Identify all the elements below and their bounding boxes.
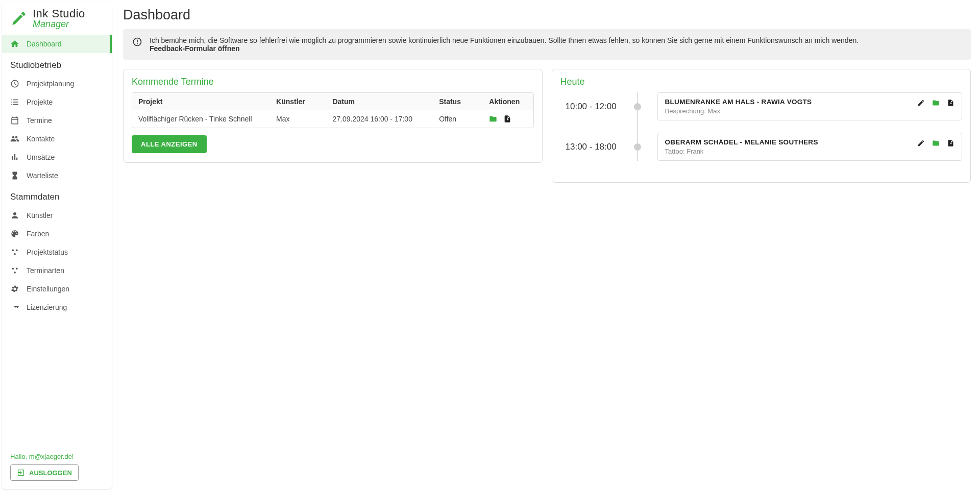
main: Dashboard Ich bemühe mich, die Software …: [114, 0, 980, 491]
timeline-item: 10:00 - 12:00 BLUMENRANKE AM HALS - RAWI…: [566, 92, 963, 120]
sidebar-item-kuenstler[interactable]: Künstler: [2, 206, 112, 225]
folder-icon[interactable]: [932, 139, 940, 147]
calendar-icon: [10, 116, 19, 125]
scatter-icon: [10, 266, 19, 275]
sidebar-label: Farben: [27, 230, 49, 238]
scatter-icon: [10, 248, 19, 257]
home-icon: [10, 39, 19, 48]
sidebar-item-projektplanung[interactable]: Projektplanung: [2, 75, 112, 93]
sidebar-label: Termine: [27, 116, 52, 125]
page-title: Dashboard: [123, 7, 971, 23]
svg-point-0: [12, 249, 14, 251]
hourglass-icon: [10, 171, 19, 180]
edit-icon[interactable]: [917, 99, 925, 107]
sidebar-item-lizenzierung[interactable]: Lizenzierung: [2, 298, 112, 316]
table-row: Vollflächiger Rücken - Tinke Schnell Max…: [132, 110, 533, 128]
sidebar-label: Projektplanung: [27, 80, 74, 88]
people-icon: [10, 134, 19, 143]
list-icon: [10, 97, 19, 107]
svg-point-1: [16, 249, 18, 251]
event-actions: [917, 138, 954, 147]
logo-line2: Manager: [33, 19, 85, 29]
pen-icon: [10, 10, 28, 27]
info-banner: Ich bemühe mich, die Software so fehlerf…: [123, 29, 971, 60]
sidebar-item-einstellungen[interactable]: Einstellungen: [2, 280, 112, 298]
sidebar-item-terminarten[interactable]: Terminarten: [2, 261, 112, 280]
logout-icon: [17, 469, 25, 477]
info-icon: [132, 37, 142, 47]
time-range: 10:00 - 12:00: [566, 102, 632, 112]
sidebar-label: Künstler: [27, 211, 53, 219]
sidebar-label: Projektstatus: [27, 248, 68, 256]
file-download-icon[interactable]: [947, 99, 954, 107]
person-icon: [10, 211, 19, 220]
folder-icon[interactable]: [489, 115, 497, 123]
sidebar-label: Projekte: [27, 98, 53, 106]
timeline-item: 13:00 - 18:00 OBERARM SCHÄDEL - MELANIE …: [566, 133, 963, 161]
sidebar-label: Dashboard: [27, 40, 62, 48]
sidebar-item-kontakte[interactable]: Kontakte: [2, 130, 112, 148]
svg-point-2: [14, 253, 16, 255]
sidebar-item-warteliste[interactable]: Warteliste: [2, 166, 112, 185]
upcoming-card: Kommende Termine Projekt Künstler Datum …: [123, 69, 543, 163]
sidebar-label: Terminarten: [27, 266, 64, 275]
sidebar-item-projektstatus[interactable]: Projektstatus: [2, 243, 112, 261]
sidebar-label: Kontakte: [27, 135, 55, 143]
nav-section-studiobetrieb: Studiobetrieb: [2, 53, 112, 75]
sidebar-item-farben[interactable]: Farben: [2, 225, 112, 243]
sidebar-item-umsaetze[interactable]: Umsätze: [2, 148, 112, 166]
sidebar-label: Warteliste: [27, 171, 58, 180]
edit-icon[interactable]: [917, 139, 925, 147]
upcoming-table: Projekt Künstler Datum Status Aktionen V…: [132, 92, 534, 128]
time-range: 13:00 - 18:00: [566, 142, 632, 152]
event-actions: [917, 98, 954, 107]
info-text: Ich bemühe mich, die Software so fehlerf…: [150, 36, 859, 44]
key-icon: [10, 303, 19, 312]
sidebar-item-dashboard[interactable]: Dashboard: [2, 35, 112, 53]
logo-line1: Ink Studio: [33, 8, 85, 19]
file-download-icon[interactable]: [503, 115, 511, 123]
event-card: BLUMENRANKE AM HALS - RAWIA VOGTS Bespre…: [657, 92, 963, 120]
event-card: OBERARM SCHÄDEL - MELANIE SOUTHERS Tatto…: [657, 133, 963, 161]
gear-icon: [10, 284, 19, 293]
timeline: 10:00 - 12:00 BLUMENRANKE AM HALS - RAWI…: [560, 92, 963, 161]
sidebar-item-termine[interactable]: Termine: [2, 111, 112, 130]
upcoming-title: Kommende Termine: [132, 77, 534, 87]
nav-section-stammdaten: Stammdaten: [2, 185, 112, 206]
event-title: OBERARM SCHÄDEL - MELANIE SOUTHERS: [665, 138, 918, 146]
sidebar-label: Einstellungen: [27, 285, 69, 293]
col-datum: Datum: [326, 93, 433, 110]
greeting: Hallo, m@xjaeger.de!: [10, 453, 104, 460]
bar-chart-icon: [10, 153, 19, 162]
logout-button[interactable]: AUSLOGGEN: [10, 464, 79, 481]
cell-kuenstler: Max: [270, 110, 326, 128]
logout-label: AUSLOGGEN: [29, 469, 72, 477]
today-card: Heute 10:00 - 12:00 BLUMENRANKE AM HALS …: [552, 69, 971, 183]
logo: Ink Studio Manager: [2, 2, 112, 33]
col-kuenstler: Künstler: [270, 93, 326, 110]
event-sub: Besprechung: Max: [665, 107, 918, 115]
svg-point-5: [14, 272, 16, 274]
sidebar-footer: Hallo, m@xjaeger.de! AUSLOGGEN: [2, 447, 112, 489]
feedback-link[interactable]: Feedback-Formular öffnen: [150, 44, 240, 53]
col-status: Status: [433, 93, 483, 110]
cell-actions: [483, 110, 533, 128]
cell-datum: 27.09.2024 16:00 - 17:00: [326, 110, 433, 128]
folder-icon[interactable]: [932, 99, 940, 107]
cell-status: Offen: [433, 110, 483, 128]
nav: Dashboard Studiobetrieb Projektplanung P…: [2, 33, 112, 447]
sidebar-item-projekte[interactable]: Projekte: [2, 93, 112, 111]
col-aktionen: Aktionen: [483, 93, 533, 110]
clock-icon: [10, 79, 19, 88]
cell-projekt: Vollflächiger Rücken - Tinke Schnell: [132, 110, 270, 128]
sidebar-label: Lizenzierung: [27, 303, 67, 311]
file-download-icon[interactable]: [947, 139, 954, 147]
palette-icon: [10, 229, 19, 238]
timeline-dot: [634, 103, 641, 110]
svg-point-3: [12, 267, 14, 269]
table-head: Projekt Künstler Datum Status Aktionen: [132, 93, 533, 110]
today-title: Heute: [560, 77, 963, 87]
event-title: BLUMENRANKE AM HALS - RAWIA VOGTS: [665, 98, 918, 106]
show-all-button[interactable]: ALLE ANZEIGEN: [132, 135, 207, 153]
sidebar-label: Umsätze: [27, 153, 55, 161]
